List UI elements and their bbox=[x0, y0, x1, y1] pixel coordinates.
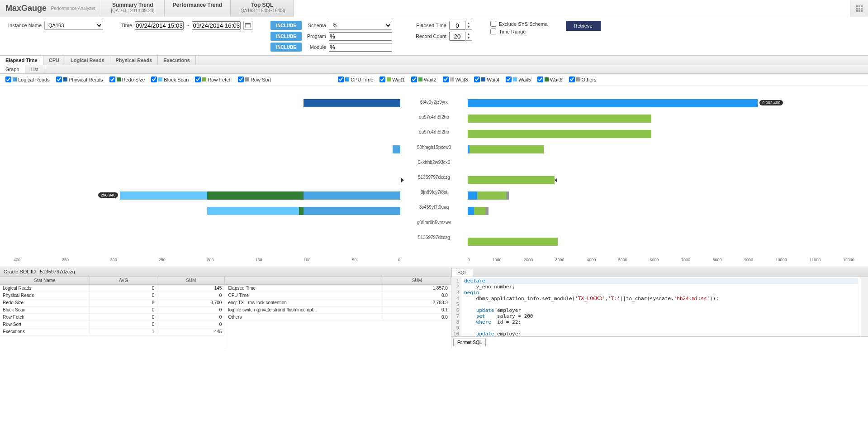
legend-item[interactable]: Others bbox=[569, 77, 597, 82]
exclude-sys-checkbox[interactable] bbox=[490, 21, 496, 27]
exclude-sys-label: Exclude SYS Schema bbox=[499, 21, 548, 27]
svg-rect-4 bbox=[859, 8, 860, 10]
table-row[interactable]: Row Sort00 bbox=[0, 321, 225, 328]
elapsed-time-input[interactable] bbox=[449, 21, 465, 30]
legend-item[interactable]: Wait1 bbox=[379, 77, 405, 82]
program-input[interactable] bbox=[329, 32, 392, 41]
chart-bar-left[interactable] bbox=[304, 99, 400, 107]
time-from-input[interactable] bbox=[135, 21, 184, 30]
include-program-button[interactable]: INCLUDE bbox=[270, 32, 301, 41]
grid-menu-icon[interactable] bbox=[850, 0, 868, 17]
chart-labels: 6t4v0y2jz9yrxdu97c4rh5f2hbdu97c4rh5f2hb5… bbox=[400, 95, 468, 262]
calendar-icon[interactable] bbox=[243, 21, 252, 30]
legend-item[interactable]: Row Sort bbox=[238, 77, 271, 82]
chart-bar-right[interactable] bbox=[468, 176, 555, 184]
elapsed-time-label: Elapsed Time bbox=[410, 23, 446, 28]
logo-main: MaxGauge bbox=[5, 4, 47, 13]
logo-sub: | Performance Analyzer bbox=[48, 6, 95, 11]
metric-tab-cpu[interactable]: CPU bbox=[43, 56, 65, 65]
format-sql-button[interactable]: Format SQL bbox=[453, 339, 486, 346]
legend-item[interactable]: CPU Time bbox=[338, 77, 373, 82]
view-tab-list[interactable]: List bbox=[25, 65, 44, 73]
table-row[interactable]: Executions1445 bbox=[0, 328, 225, 335]
metric-tab-logical-reads[interactable]: Logical Reads bbox=[65, 56, 110, 65]
table-row[interactable]: Redo Size83,700 bbox=[0, 299, 225, 306]
chart-badge: 9,002.400 bbox=[759, 100, 783, 105]
table-row[interactable]: Block Scan00 bbox=[0, 306, 225, 314]
tab-top-sql[interactable]: Top SQL [QA163 : 15:03~16:03] bbox=[231, 0, 294, 17]
chart-bar-left[interactable] bbox=[393, 145, 400, 153]
legend-item[interactable]: Wait6 bbox=[537, 77, 563, 82]
svg-rect-0 bbox=[856, 5, 858, 7]
metric-tab-executions[interactable]: Executions bbox=[158, 56, 196, 65]
legend-item[interactable]: Redo Size bbox=[109, 77, 145, 82]
chart-bar-right[interactable] bbox=[468, 130, 651, 138]
record-count-input[interactable] bbox=[449, 32, 465, 41]
wait-table: SUM Elapsed Time1,857.0CPU Time0.0enq: T… bbox=[225, 277, 451, 348]
legend: Logical Reads Physical Reads Redo Size B… bbox=[0, 74, 868, 86]
view-tab-graph[interactable]: Graph bbox=[0, 65, 25, 73]
metric-tab-physical-reads[interactable]: Physical Reads bbox=[110, 56, 158, 65]
chart-bar-right[interactable] bbox=[468, 207, 489, 215]
table-row[interactable]: Elapsed Time1,857.0 bbox=[225, 285, 451, 292]
instance-select[interactable]: QA163 bbox=[44, 21, 103, 30]
chart-bar-left[interactable] bbox=[207, 207, 401, 215]
sql-tab[interactable]: SQL bbox=[451, 268, 473, 277]
chart-bar-right[interactable] bbox=[468, 238, 558, 246]
schema-label: Schema bbox=[304, 23, 326, 28]
chart-bar-right[interactable] bbox=[468, 191, 509, 200]
code-body[interactable]: declare v_eno number;begin dbms_applicat… bbox=[461, 277, 861, 336]
legend-item[interactable]: Logical Reads bbox=[5, 77, 50, 82]
svg-rect-6 bbox=[856, 10, 858, 12]
legend-item[interactable]: Wait5 bbox=[506, 77, 531, 82]
legend-item[interactable]: Block Scan bbox=[151, 77, 189, 82]
legend-item[interactable]: Wait2 bbox=[411, 77, 436, 82]
chart-row-label: 3s459yt7t0uaq bbox=[400, 203, 468, 218]
legend-item[interactable]: Row Fetch bbox=[195, 77, 232, 82]
chart-row-label: du97c4rh5f2hb bbox=[400, 128, 468, 143]
chart-bar-right[interactable] bbox=[468, 99, 758, 107]
chart-left-panel: 290.940400350300250200150100500 bbox=[14, 95, 400, 262]
header-bar: MaxGauge | Performance Analyzer Summary … bbox=[0, 0, 868, 17]
legend-item[interactable]: Wait3 bbox=[443, 77, 468, 82]
chart-row-label: du97c4rh5f2hb bbox=[400, 113, 468, 128]
retrieve-button[interactable]: Retrieve bbox=[566, 21, 601, 31]
record-spinner[interactable]: ▲▼ bbox=[465, 32, 472, 41]
axis-left: 400350300250200150100500 bbox=[14, 258, 400, 262]
table-row[interactable]: Physical Reads00 bbox=[0, 292, 225, 299]
tab-performance-trend[interactable]: Performance Trend bbox=[165, 0, 231, 17]
table-row[interactable]: CPU Time0.0 bbox=[225, 292, 451, 299]
time-to-input[interactable] bbox=[192, 21, 241, 30]
table-row[interactable]: Others0.0 bbox=[225, 314, 451, 321]
metric-tabs: Elapsed TimeCPULogical ReadsPhysical Rea… bbox=[0, 55, 868, 65]
table-row[interactable]: enq: TX - row lock contention2,783.3 bbox=[225, 299, 451, 306]
schema-select[interactable]: % bbox=[329, 21, 392, 30]
chart-right-panel: 9,002.4000100020003000400050006000700080… bbox=[468, 95, 854, 262]
chart-badge: 290.940 bbox=[98, 192, 119, 198]
legend-item[interactable]: Wait4 bbox=[474, 77, 499, 82]
time-range-checkbox[interactable] bbox=[490, 29, 496, 34]
chart-row-label: 9jn89fcy7t8xt bbox=[400, 188, 468, 203]
chart-bar-right[interactable] bbox=[468, 115, 651, 123]
table-row[interactable]: Row Fetch00 bbox=[0, 314, 225, 321]
metric-tab-elapsed-time[interactable]: Elapsed Time bbox=[0, 56, 43, 65]
chart-bar-left[interactable] bbox=[120, 191, 400, 200]
filter-bar: Instance Name QA163 Time ~ INCLUDE Schem… bbox=[0, 17, 868, 55]
chart-row-label: 51359797dzczg bbox=[400, 173, 468, 188]
include-schema-button[interactable]: INCLUDE bbox=[270, 21, 301, 30]
scrollbar[interactable] bbox=[861, 277, 868, 336]
chart-row-label: 51359797dzczg bbox=[400, 234, 468, 249]
code-gutter: 1 2 3 4 5 6 7 8 9 10 11 12 13 bbox=[451, 277, 461, 336]
table-row[interactable]: Logical Reads0145 bbox=[0, 285, 225, 292]
module-input[interactable] bbox=[329, 43, 392, 52]
legend-item[interactable]: Physical Reads bbox=[56, 77, 103, 82]
instance-label: Instance Name bbox=[5, 23, 42, 28]
include-module-button[interactable]: INCLUDE bbox=[270, 43, 301, 52]
tab-summary-trend[interactable]: Summary Trend [QA163 : 2014-09-20] bbox=[101, 0, 165, 17]
chart-row-label: g08mr8h5vmzwv bbox=[400, 219, 468, 234]
table-row[interactable]: log file switch (private strand flush in… bbox=[225, 306, 451, 314]
sql-panel: SQL 1 2 3 4 5 6 7 8 9 10 11 12 13 declar… bbox=[451, 267, 868, 348]
elapsed-spinner[interactable]: ▲▼ bbox=[465, 21, 472, 30]
chart-bar-right[interactable] bbox=[468, 145, 544, 153]
time-label: Time bbox=[121, 23, 132, 28]
